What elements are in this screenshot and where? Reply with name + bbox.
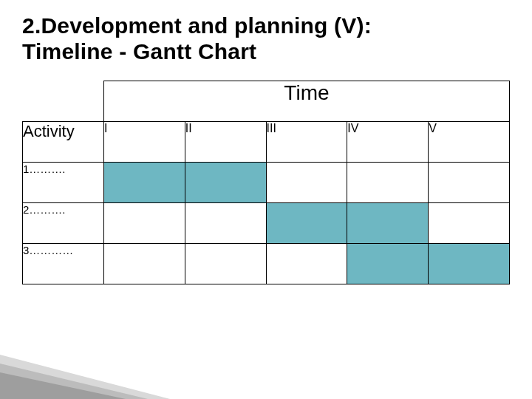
gantt-cell — [347, 163, 429, 203]
gantt-cell — [185, 163, 266, 203]
gantt-cell — [347, 203, 429, 244]
time-header-row: Time — [23, 81, 510, 122]
svg-marker-1 — [0, 364, 148, 399]
gantt-cell — [103, 203, 185, 244]
column-header-row: Activity I II III IV V — [23, 122, 510, 163]
table-row: 1………. — [23, 163, 510, 203]
gantt-table: Time Activity I II III IV V 1………. — [22, 81, 510, 284]
time-header: Time — [103, 81, 509, 122]
col-head-4: IV — [347, 122, 429, 163]
slide-title: 2.Development and planning (V): Timeline… — [22, 13, 510, 64]
col-head-5: V — [429, 122, 510, 163]
title-line-2: Timeline - Gantt Chart — [22, 39, 256, 64]
gantt-cell — [347, 244, 429, 284]
gantt-cell — [103, 244, 185, 284]
row-label: 3………… — [23, 244, 104, 284]
gantt-cell — [429, 163, 510, 203]
table-row: 2………. — [23, 203, 510, 244]
gantt-cell — [429, 203, 510, 244]
gantt-cell — [103, 163, 185, 203]
svg-marker-0 — [0, 355, 170, 399]
row-label: 2………. — [23, 203, 104, 244]
gantt-cell — [185, 203, 266, 244]
gantt-cell — [429, 244, 510, 284]
activity-header: Activity — [23, 122, 104, 163]
title-line-1: 2.Development and planning (V): — [22, 13, 372, 38]
gantt-cell — [185, 244, 266, 284]
blank-top-left — [23, 81, 104, 122]
gantt-chart: Time Activity I II III IV V 1………. — [22, 81, 510, 284]
col-head-1: I — [103, 122, 185, 163]
col-head-3: III — [266, 122, 347, 163]
row-label: 1………. — [23, 163, 104, 203]
col-head-2: II — [185, 122, 266, 163]
gantt-cell — [266, 163, 347, 203]
table-row: 3………… — [23, 244, 510, 284]
corner-accent-icon — [0, 347, 170, 399]
gantt-cell — [266, 203, 347, 244]
svg-marker-2 — [0, 372, 126, 399]
gantt-cell — [266, 244, 347, 284]
